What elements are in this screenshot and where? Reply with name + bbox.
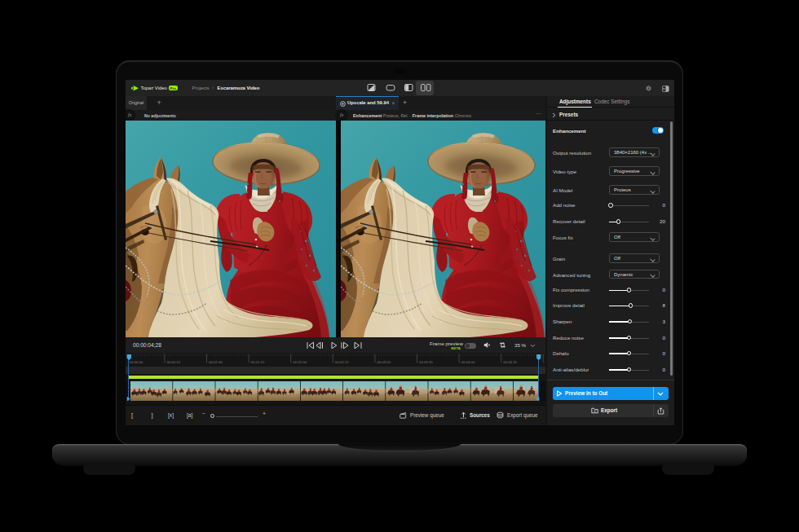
svg-text:00:01:00: 00:01:00	[209, 360, 223, 364]
svg-text:00:04:00: 00:04:00	[461, 360, 475, 364]
svg-text:00:04:15: 00:04:15	[503, 360, 517, 364]
svg-text:00:00:15: 00:00:15	[166, 360, 180, 364]
svg-text:00:00:00: 00:00:00	[130, 360, 143, 364]
svg-text:00:03:15: 00:03:15	[419, 360, 433, 364]
svg-text:00:02:00: 00:02:00	[293, 360, 307, 364]
svg-text:00:02:15: 00:02:15	[335, 360, 349, 364]
svg-text:00:03:00: 00:03:00	[377, 360, 391, 364]
svg-text:00:01:15: 00:01:15	[251, 360, 265, 364]
